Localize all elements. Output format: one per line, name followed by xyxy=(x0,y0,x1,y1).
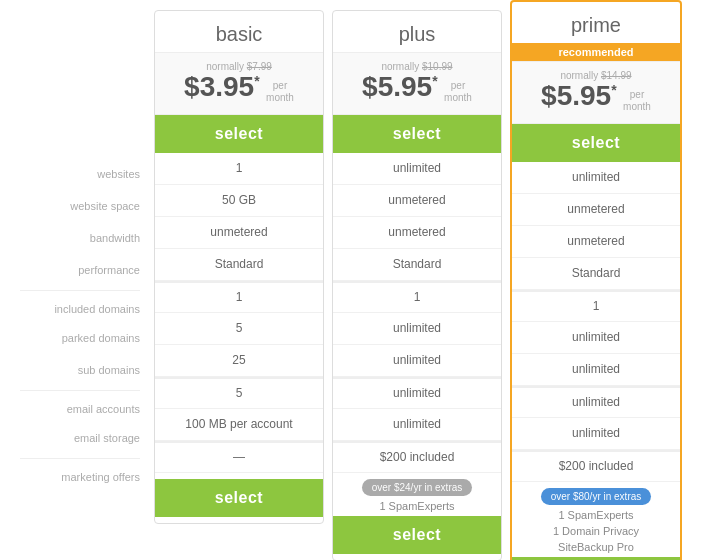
plan-plus-price: $5.95* xyxy=(362,71,438,102)
plan-prime-price-box: normally $14.99 $5.95* permonth xyxy=(512,61,680,124)
plan-basic-footer: select xyxy=(155,473,323,523)
plan-basic: basic normally $7.99 $3.95* permonth sel… xyxy=(154,10,324,524)
plan-prime-websites: unlimited xyxy=(512,162,680,194)
feature-label-website-space: website space xyxy=(20,190,140,222)
plan-plus-extras-badge: over $24/yr in extras xyxy=(362,479,473,496)
plan-plus-spamexperts: 1 SpamExperts xyxy=(379,500,454,512)
plan-plus-select-top[interactable]: select xyxy=(333,115,501,153)
plan-basic-price-box: normally $7.99 $3.95* permonth xyxy=(155,52,323,115)
plan-plus-included-domains: 1 xyxy=(333,281,501,313)
plan-basic-select-top[interactable]: select xyxy=(155,115,323,153)
plan-basic-performance: Standard xyxy=(155,249,323,281)
plan-prime-email-accounts: unlimited xyxy=(512,386,680,418)
plan-plus-parked-domains: unlimited xyxy=(333,313,501,345)
plan-plus: plus normally $10.99 $5.95* permonth sel… xyxy=(332,10,502,560)
plan-basic-email-storage: 100 MB per account xyxy=(155,409,323,441)
plan-basic-included-domains: 1 xyxy=(155,281,323,313)
plan-prime-email-storage: unlimited xyxy=(512,418,680,450)
feature-label-parked-domains: parked domains xyxy=(20,322,140,354)
plan-prime-price: $5.95* xyxy=(541,80,617,111)
feature-label-included-domains: included domains xyxy=(20,290,140,322)
feature-label-sub-domains: sub domains xyxy=(20,354,140,386)
plan-plus-space: unmetered xyxy=(333,185,501,217)
plan-plus-per-month: permonth xyxy=(444,80,472,104)
plan-plus-performance: Standard xyxy=(333,249,501,281)
plan-plus-name: plus xyxy=(333,11,501,52)
feature-label-websites: websites xyxy=(20,158,140,190)
plan-prime-space: unmetered xyxy=(512,194,680,226)
feature-label-marketing-offers: marketing offers xyxy=(20,458,140,490)
plan-basic-marketing: — xyxy=(155,441,323,473)
plan-prime-bandwidth: unmetered xyxy=(512,226,680,258)
plan-basic-price: $3.95* xyxy=(184,71,260,102)
feature-label-performance: performance xyxy=(20,254,140,286)
plan-prime-domain-privacy: 1 Domain Privacy xyxy=(553,525,639,537)
plan-prime-select-top[interactable]: select xyxy=(512,124,680,162)
plan-plus-select-bottom[interactable]: select xyxy=(333,516,501,554)
plan-prime-included-domains: 1 xyxy=(512,290,680,322)
plan-plus-email-storage: unlimited xyxy=(333,409,501,441)
plan-prime-footer: over $80/yr in extras 1 SpamExperts 1 Do… xyxy=(512,482,680,560)
plan-plus-data: unlimited unmetered unmetered Standard 1… xyxy=(333,153,501,473)
plan-plus-footer: over $24/yr in extras 1 SpamExperts sele… xyxy=(333,473,501,560)
plan-prime-sitebackup: SiteBackup Pro xyxy=(558,541,634,553)
plan-prime-marketing: $200 included xyxy=(512,450,680,482)
features-column: websites website space bandwidth perform… xyxy=(20,10,150,490)
plan-plus-marketing: $200 included xyxy=(333,441,501,473)
plan-prime-extras-badge: over $80/yr in extras xyxy=(541,488,652,505)
plan-basic-per-month: permonth xyxy=(266,80,294,104)
plan-plus-email-accounts: unlimited xyxy=(333,377,501,409)
plan-plus-price-box: normally $10.99 $5.95* permonth xyxy=(333,52,501,115)
plan-prime-parked-domains: unlimited xyxy=(512,322,680,354)
plan-basic-space: 50 GB xyxy=(155,185,323,217)
plan-prime-performance: Standard xyxy=(512,258,680,290)
plan-prime-per-month: permonth xyxy=(623,89,651,113)
plan-basic-data: 1 50 GB unmetered Standard 1 5 25 5 100 … xyxy=(155,153,323,473)
feature-label-email-storage: email storage xyxy=(20,422,140,454)
plan-basic-select-bottom[interactable]: select xyxy=(155,479,323,517)
feature-label-bandwidth: bandwidth xyxy=(20,222,140,254)
plan-plus-bandwidth: unmetered xyxy=(333,217,501,249)
plan-basic-bandwidth: unmetered xyxy=(155,217,323,249)
plan-prime-spamexperts: 1 SpamExperts xyxy=(558,509,633,521)
plan-prime-name: prime xyxy=(512,2,680,43)
plan-plus-sub-domains: unlimited xyxy=(333,345,501,377)
plan-basic-email-accounts: 5 xyxy=(155,377,323,409)
pricing-table: websites website space bandwidth perform… xyxy=(20,10,686,560)
plan-prime-recommended-badge: recommended xyxy=(512,43,680,61)
plan-basic-websites: 1 xyxy=(155,153,323,185)
plan-prime-sub-domains: unlimited xyxy=(512,354,680,386)
feature-label-email-accounts: email accounts xyxy=(20,390,140,422)
plan-basic-name: basic xyxy=(155,11,323,52)
plan-plus-websites: unlimited xyxy=(333,153,501,185)
plan-prime: prime recommended normally $14.99 $5.95*… xyxy=(510,0,682,560)
plan-basic-parked-domains: 5 xyxy=(155,313,323,345)
plan-basic-sub-domains: 25 xyxy=(155,345,323,377)
plan-prime-data: unlimited unmetered unmetered Standard 1… xyxy=(512,162,680,482)
